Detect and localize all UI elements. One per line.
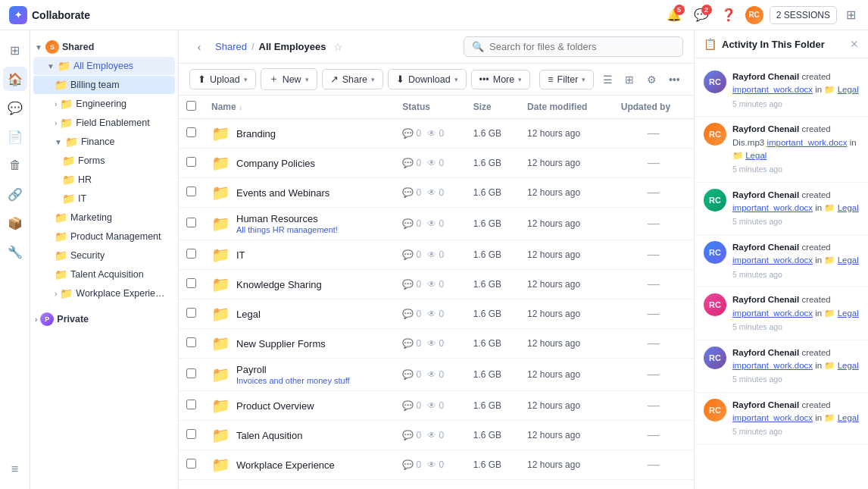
row-checkbox[interactable] — [186, 187, 196, 196]
user-avatar[interactable]: RC — [745, 6, 763, 24]
row-name-cell[interactable]: 📁 Payroll Invoices and other money stuff — [204, 359, 395, 391]
row-more-cell[interactable]: — — [614, 270, 694, 299]
sidebar-item-finance[interactable]: ▼ 📁 Finance — [33, 133, 175, 151]
rail-trash-icon[interactable]: 🗑 — [3, 153, 27, 177]
rail-manage-icon[interactable]: 🔧 — [3, 240, 27, 264]
row-name-cell[interactable]: 📁 Events and Webinars — [204, 178, 395, 208]
row-checkbox-cell[interactable] — [179, 329, 204, 359]
search-input[interactable] — [489, 41, 675, 52]
sessions-btn[interactable]: 2 SESSIONS — [770, 6, 837, 24]
row-name-cell[interactable]: 📁 Workplace Experience — [204, 450, 395, 480]
activity-close-btn[interactable]: ✕ — [850, 38, 859, 50]
activity-file-link[interactable]: important_work.docx — [732, 255, 813, 265]
sidebar-item-all-employees[interactable]: ▼ 📁 All Employees — [33, 57, 175, 75]
activity-location-link[interactable]: Legal — [838, 255, 859, 265]
row-checkbox[interactable] — [186, 308, 196, 318]
activity-file-link[interactable]: important_work.docx — [732, 413, 813, 422]
row-checkbox-cell[interactable] — [179, 119, 204, 149]
back-button[interactable]: ‹ — [189, 37, 209, 57]
row-checkbox-cell[interactable] — [179, 359, 204, 391]
sidebar-item-forms[interactable]: 📁 Forms — [33, 152, 175, 170]
sidebar-item-marketing[interactable]: 📁 Marketing — [33, 208, 175, 227]
row-more-cell[interactable]: — — [614, 149, 694, 178]
select-all-checkbox[interactable] — [186, 101, 196, 111]
date-col-header[interactable]: Date modified — [520, 96, 614, 119]
activity-file-link[interactable]: important_work.docx — [732, 203, 813, 212]
settings-btn[interactable]: ⚙ — [643, 69, 660, 90]
row-checkbox-cell[interactable] — [179, 178, 204, 208]
row-more-cell[interactable]: — — [614, 421, 694, 450]
private-section-header[interactable]: › P Private — [30, 309, 178, 328]
new-button[interactable]: ＋ New ▾ — [261, 68, 317, 90]
row-more-cell[interactable]: — — [614, 359, 694, 391]
filter-button[interactable]: ≡ Filter ▾ — [539, 70, 594, 89]
activity-location-link[interactable]: Legal — [745, 151, 767, 160]
activity-file-link[interactable]: important_work.docx — [732, 85, 813, 94]
rail-storage-icon[interactable]: 📦 — [3, 211, 27, 235]
row-more-cell[interactable]: — — [614, 178, 694, 208]
layout-toggle-btn[interactable]: ⊞ — [843, 5, 859, 25]
row-name-cell[interactable]: 📁 Legal — [204, 299, 395, 329]
sidebar-item-engineering[interactable]: › 📁 Engineering — [33, 95, 175, 113]
activity-location-link[interactable]: Legal — [838, 413, 859, 422]
grid-view-btn[interactable]: ⊞ — [621, 69, 639, 90]
activity-location-link[interactable]: Legal — [838, 85, 859, 94]
help-btn[interactable]: ❓ — [718, 5, 739, 26]
row-more-cell[interactable]: — — [614, 208, 694, 240]
row-more-cell[interactable]: — — [614, 329, 694, 359]
row-checkbox-cell[interactable] — [179, 270, 204, 299]
row-checkbox[interactable] — [186, 429, 196, 439]
row-name-cell[interactable]: 📁 Branding — [204, 119, 395, 149]
upload-button[interactable]: ⬆ Upload ▾ — [189, 69, 256, 89]
share-button[interactable]: ↗ Share ▾ — [322, 69, 383, 89]
row-more-cell[interactable]: — — [614, 391, 694, 421]
rail-home-icon[interactable]: 🏠 — [3, 67, 27, 91]
row-checkbox[interactable] — [186, 337, 196, 347]
row-checkbox-cell[interactable] — [179, 450, 204, 480]
sidebar-item-product-management[interactable]: 📁 Product Management — [33, 227, 175, 246]
row-checkbox[interactable] — [186, 218, 196, 227]
list-view-btn[interactable]: ☰ — [598, 69, 616, 90]
rail-docs-icon[interactable]: 📄 — [3, 124, 27, 149]
status-col-header[interactable]: Status — [395, 96, 465, 119]
sidebar-item-talent-acquisition[interactable]: 📁 Talent Acquisition — [33, 265, 175, 284]
row-checkbox-cell[interactable] — [179, 149, 204, 178]
bell-notification-btn[interactable]: 🔔 5 — [663, 5, 685, 26]
row-name-cell[interactable]: 📁 IT — [204, 240, 395, 270]
row-checkbox-cell[interactable] — [179, 240, 204, 270]
shared-section-header[interactable]: ▼ S Shared — [30, 36, 178, 56]
chat-notification-btn[interactable]: 💬 2 — [691, 5, 712, 26]
row-name-cell[interactable]: 📁 Human Resources All things HR manageme… — [204, 208, 395, 240]
activity-location-link[interactable]: Legal — [838, 361, 859, 370]
activity-file-link[interactable]: important_work.docx — [732, 361, 813, 370]
row-more-cell[interactable]: — — [614, 119, 694, 149]
row-checkbox[interactable] — [186, 368, 196, 378]
row-checkbox[interactable] — [186, 249, 196, 259]
sidebar-item-security[interactable]: 📁 Security — [33, 246, 175, 265]
row-checkbox[interactable] — [186, 400, 196, 409]
sidebar-item-workplace-experience[interactable]: › 📁 Workplace Experience — [33, 284, 175, 302]
row-checkbox[interactable] — [186, 157, 196, 167]
rail-chat-icon[interactable]: 💬 — [3, 96, 27, 120]
row-more-cell[interactable]: — — [614, 240, 694, 270]
row-name-cell[interactable]: 📁 Knowledge Sharing — [204, 270, 395, 299]
row-checkbox-cell[interactable] — [179, 421, 204, 450]
star-button[interactable]: ☆ — [333, 41, 343, 53]
row-checkbox[interactable] — [186, 127, 196, 137]
sidebar-item-billing-team[interactable]: 📁 Billing team — [33, 76, 175, 94]
activity-file-link[interactable]: important_work.docx — [732, 309, 813, 318]
download-button[interactable]: ⬇ Download ▾ — [388, 69, 467, 89]
row-checkbox-cell[interactable] — [179, 299, 204, 329]
size-col-header[interactable]: Size — [466, 96, 520, 119]
row-checkbox[interactable] — [186, 459, 196, 469]
rail-grid-icon[interactable]: ⊞ — [3, 38, 27, 62]
row-more-cell[interactable]: — — [614, 299, 694, 329]
name-col-header[interactable]: Name ↓ — [204, 96, 395, 119]
rail-link-icon[interactable]: 🔗 — [3, 182, 27, 206]
row-name-cell[interactable]: 📁 Company Policies — [204, 149, 395, 178]
row-checkbox-cell[interactable] — [179, 208, 204, 240]
rail-menu-icon[interactable]: ≡ — [3, 457, 27, 481]
activity-file-link[interactable]: important_work.docx — [767, 138, 847, 147]
row-more-cell[interactable]: — — [614, 450, 694, 480]
more-button[interactable]: ••• More ▾ — [471, 70, 531, 89]
